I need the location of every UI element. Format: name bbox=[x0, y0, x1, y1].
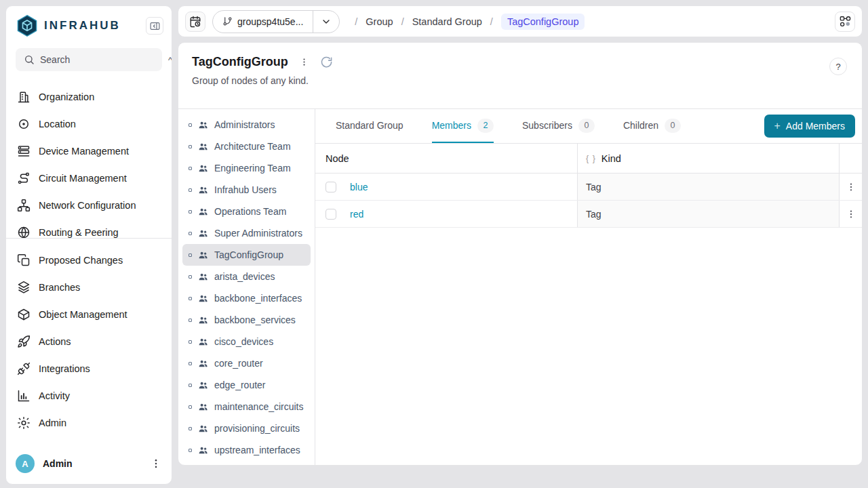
user-menu[interactable]: A Admin bbox=[6, 446, 172, 484]
group-list-item[interactable]: edge_router bbox=[182, 374, 311, 396]
group-list-item[interactable]: arista_devices bbox=[182, 266, 311, 287]
sidebar-item-organization[interactable]: Organization bbox=[12, 83, 166, 110]
bullet-icon bbox=[189, 427, 192, 430]
kebab-icon bbox=[846, 182, 856, 192]
sidebar-item-circuit-management[interactable]: Circuit Management bbox=[12, 165, 166, 192]
git-branch-icon bbox=[222, 16, 233, 26]
breadcrumb-item-group[interactable]: Group bbox=[366, 16, 393, 27]
group-list-item[interactable]: Architecture Team bbox=[182, 136, 311, 157]
row-checkbox[interactable] bbox=[326, 209, 336, 220]
branch-dropdown-button[interactable] bbox=[313, 11, 339, 33]
group-list-item[interactable]: upstream_interfaces bbox=[182, 439, 311, 461]
plug-icon bbox=[17, 362, 31, 375]
help-button[interactable]: ? bbox=[829, 58, 847, 75]
sidebar-item-proposed-changes[interactable]: Proposed Changes bbox=[12, 247, 166, 274]
table-row: blue Tag bbox=[315, 174, 862, 201]
group-list-item[interactable]: backbone_interfaces bbox=[182, 287, 311, 309]
group-list-item[interactable]: Super Administrators bbox=[182, 222, 311, 244]
nav-label: Admin bbox=[39, 418, 66, 428]
kebab-icon bbox=[846, 209, 856, 220]
sidebar-item-object-management[interactable]: Object Management bbox=[12, 301, 166, 328]
add-members-label: Add Members bbox=[786, 121, 845, 131]
groups-list-panel: Administrators Architecture Team Enginee… bbox=[178, 109, 315, 465]
sidebar-collapse-button[interactable] bbox=[146, 17, 163, 35]
row-kebab-button[interactable] bbox=[846, 182, 856, 192]
tab-badge: 2 bbox=[477, 119, 494, 133]
nav-label: Location bbox=[39, 119, 76, 129]
schema-button[interactable] bbox=[835, 12, 855, 32]
row-kebab-button[interactable] bbox=[846, 209, 856, 220]
group-list-item[interactable]: Operations Team bbox=[182, 201, 311, 222]
nav-label: Network Configuration bbox=[39, 200, 136, 211]
sidebar-item-actions[interactable]: Actions bbox=[12, 328, 166, 355]
search-box[interactable]: ^K bbox=[16, 48, 162, 71]
row-checkbox[interactable] bbox=[326, 182, 336, 192]
group-list-item[interactable]: Administrators bbox=[182, 114, 311, 136]
bullet-icon bbox=[189, 384, 192, 387]
table-header-row: Node { } Kind bbox=[315, 144, 862, 174]
tab-subscribers[interactable]: Subscribers 0 bbox=[522, 109, 595, 143]
top-bar: groupsp4tu5e... / Group / Standard Group… bbox=[178, 5, 863, 37]
users-icon bbox=[198, 207, 208, 217]
add-members-button[interactable]: + Add Members bbox=[764, 115, 856, 138]
user-kebab-button[interactable] bbox=[150, 458, 162, 470]
group-list-item[interactable]: Engineering Team bbox=[182, 157, 311, 179]
tab-children[interactable]: Children 0 bbox=[623, 109, 681, 143]
tab-badge: 0 bbox=[578, 119, 595, 133]
app-sidebar: INFRAHUB ^K Organization Location Device… bbox=[5, 5, 172, 485]
users-icon bbox=[198, 337, 208, 347]
group-list-item[interactable]: Infrahub Users bbox=[182, 179, 311, 201]
tab-members[interactable]: Members 2 bbox=[432, 109, 494, 143]
tab-label: Members bbox=[432, 120, 471, 131]
sidebar-item-activity[interactable]: Activity bbox=[12, 382, 166, 409]
breadcrumb-item-standard-group[interactable]: Standard Group bbox=[412, 16, 482, 27]
logo-text: INFRAHUB bbox=[44, 19, 121, 33]
users-icon bbox=[198, 445, 208, 455]
title-kebab-button[interactable] bbox=[299, 57, 309, 67]
location-icon bbox=[17, 117, 31, 131]
page-title: TagConfigGroup bbox=[192, 55, 288, 69]
bullet-icon bbox=[189, 362, 192, 365]
bullet-icon bbox=[189, 297, 192, 300]
sidebar-item-routing-peering[interactable]: Routing & Peering bbox=[12, 219, 166, 238]
users-icon bbox=[198, 402, 208, 412]
tab-standard-group[interactable]: Standard Group bbox=[336, 109, 403, 143]
building-icon bbox=[17, 90, 31, 104]
sidebar-item-integrations[interactable]: Integrations bbox=[12, 355, 166, 382]
search-input[interactable] bbox=[40, 54, 163, 65]
infrahub-logo-icon bbox=[16, 14, 39, 37]
users-icon bbox=[198, 380, 208, 390]
group-list-item[interactable]: provisioning_circuits bbox=[182, 418, 311, 439]
sidebar-item-admin[interactable]: Admin bbox=[12, 409, 166, 436]
sidebar-item-network-configuration[interactable]: Network Configuration bbox=[12, 192, 166, 219]
group-list-item[interactable]: cisco_devices bbox=[182, 331, 311, 352]
box-icon bbox=[17, 308, 31, 321]
users-icon bbox=[198, 120, 208, 130]
refresh-button[interactable] bbox=[320, 56, 333, 68]
chevron-down-icon bbox=[321, 16, 332, 27]
sidebar-item-branches[interactable]: Branches bbox=[12, 274, 166, 301]
group-list-item-selected[interactable]: TagConfigGroup bbox=[182, 244, 311, 266]
sidebar-item-device-management[interactable]: Device Management bbox=[12, 138, 166, 165]
schema-graph-icon bbox=[839, 15, 852, 28]
layers-icon bbox=[17, 281, 31, 294]
panel-left-collapse-icon bbox=[149, 20, 161, 32]
group-list-item[interactable]: backbone_services bbox=[182, 309, 311, 331]
avatar: A bbox=[16, 454, 35, 473]
nav-label: Proposed Changes bbox=[39, 255, 123, 266]
users-icon bbox=[198, 163, 208, 174]
nav-label: Activity bbox=[39, 390, 70, 401]
users-icon bbox=[198, 228, 208, 239]
nav-label: Object Management bbox=[39, 309, 127, 320]
node-link[interactable]: blue bbox=[350, 182, 368, 192]
breadcrumb-separator: / bbox=[490, 16, 493, 27]
globe-icon bbox=[17, 226, 31, 238]
group-list-item[interactable]: core_router bbox=[182, 352, 311, 374]
timeline-button[interactable] bbox=[185, 12, 205, 32]
sidebar-item-location[interactable]: Location bbox=[12, 110, 166, 138]
breadcrumb-item-current[interactable]: TagConfigGroup bbox=[501, 14, 585, 30]
branch-selector-main[interactable]: groupsp4tu5e... bbox=[213, 11, 313, 33]
branch-selector: groupsp4tu5e... bbox=[212, 10, 340, 33]
node-link[interactable]: red bbox=[350, 209, 363, 220]
group-list-item[interactable]: maintenance_circuits bbox=[182, 396, 311, 418]
